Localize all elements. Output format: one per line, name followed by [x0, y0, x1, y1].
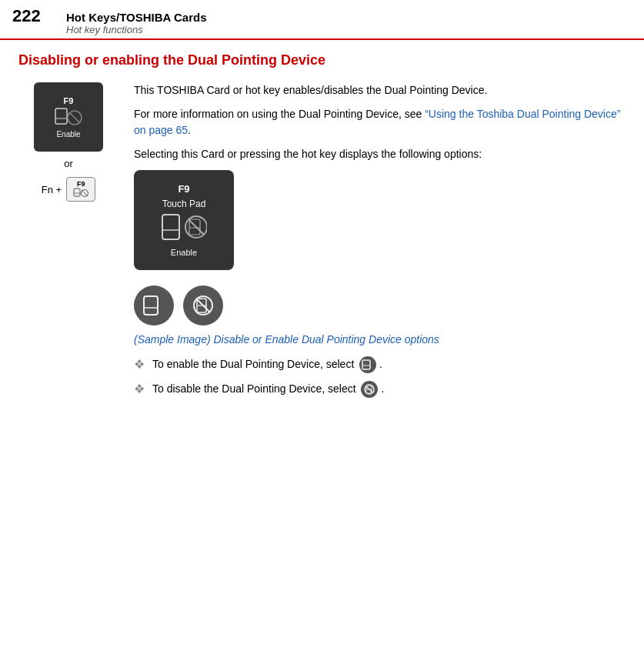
bullet-item-enable: ❖ To enable the Dual Pointing Device, se…: [134, 356, 626, 374]
svg-line-3: [70, 112, 80, 122]
section-heading: Disabling or enabling the Dual Pointing …: [18, 52, 626, 68]
disable-touchpad-icon: [191, 295, 215, 316]
inline-no-touchpad-svg: [363, 384, 375, 395]
svg-rect-8: [162, 215, 179, 239]
main-content: Disabling or enabling the Dual Pointing …: [0, 40, 644, 417]
left-column: F9 Enable or Fn + F9: [18, 82, 118, 202]
card-large-touchpad: Touch Pad: [162, 199, 206, 209]
fn-key-icon: [73, 188, 88, 199]
page-header: 222 Hot Keys/TOSHIBA Cards Hot key funct…: [0, 0, 644, 40]
svg-line-7: [82, 191, 88, 196]
fn-key-row: Fn + F9: [42, 177, 95, 202]
paragraph-2: For more information on using the Dual P…: [134, 106, 626, 139]
paragraph-3: Selecting this Card or pressing the hot …: [134, 146, 626, 162]
svg-rect-14: [144, 296, 158, 315]
bullet-item-disable: ❖ To disable the Dual Pointing Device, s…: [134, 380, 626, 399]
page-number: 222: [12, 6, 51, 26]
card-large-enable: Enable: [171, 248, 197, 257]
inline-touchpad-svg: [362, 359, 374, 370]
svg-rect-0: [55, 108, 67, 124]
header-subtitle: Hot key functions: [66, 24, 207, 35]
header-text: Hot Keys/TOSHIBA Cards Hot key functions: [66, 11, 207, 35]
card-large-image: F9 Touch Pad Enable: [134, 170, 234, 270]
paragraph-2-before: For more information on using the Dual P…: [134, 108, 425, 120]
paragraph-1: This TOSHIBA Card or hot key enables/dis…: [134, 82, 626, 98]
card-small-f9: F9: [64, 96, 74, 105]
bullet-list: ❖ To enable the Dual Pointing Device, se…: [134, 356, 626, 399]
disable-icon-circle: [183, 285, 223, 325]
enable-icon-circle: [134, 285, 174, 325]
svg-rect-4: [74, 189, 80, 196]
paragraph-2-after: .: [188, 124, 191, 136]
main-layout: F9 Enable or Fn + F9: [18, 82, 626, 405]
inline-disable-icon: [361, 381, 378, 398]
diamond-icon-2: ❖: [134, 380, 146, 399]
card-small-touchpad-icon: [55, 108, 82, 128]
enable-touchpad-icon: [142, 295, 166, 316]
fn-key-f9: F9: [77, 180, 85, 188]
sample-caption: (Sample Image) Disable or Enable Dual Po…: [134, 332, 626, 348]
svg-rect-20: [362, 360, 370, 369]
card-small-image: F9 Enable: [34, 82, 103, 152]
card-large-icon: [161, 213, 207, 244]
or-separator: or: [64, 158, 73, 169]
inline-enable-icon: [359, 356, 376, 373]
bullet-2-text: To disable the Dual Pointing Device, sel…: [152, 381, 384, 398]
diamond-icon-1: ❖: [134, 356, 146, 374]
svg-line-11: [189, 219, 204, 235]
bullet-1-text: To enable the Dual Pointing Device, sele…: [152, 356, 382, 373]
icons-row: [134, 285, 626, 325]
fn-key-box: F9: [66, 177, 95, 202]
right-column: This TOSHIBA Card or hot key enables/dis…: [134, 82, 626, 405]
card-large-f9: F9: [178, 183, 189, 195]
fn-label: Fn +: [42, 184, 62, 195]
card-small-enable: Enable: [56, 130, 80, 139]
header-title: Hot Keys/TOSHIBA Cards: [66, 11, 207, 24]
